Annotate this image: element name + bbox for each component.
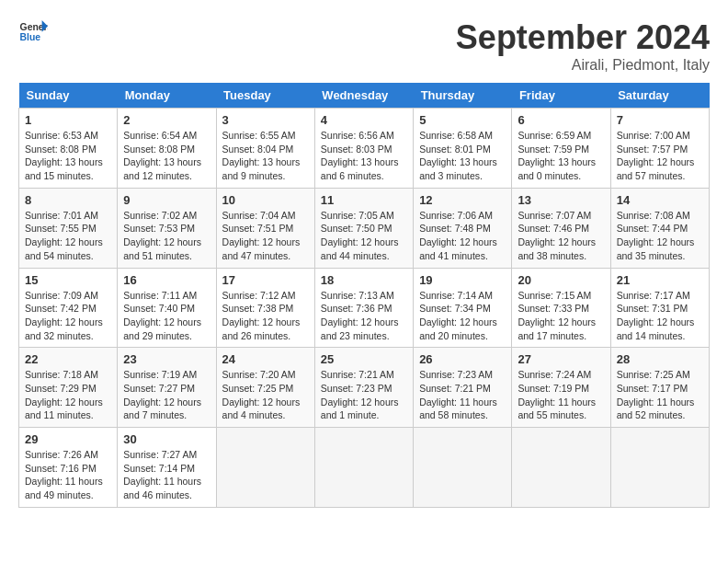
calendar-cell: 17 Sunrise: 7:12 AMSunset: 7:38 PMDaylig… bbox=[216, 268, 314, 348]
calendar-week-2: 8 Sunrise: 7:01 AMSunset: 7:55 PMDayligh… bbox=[19, 188, 710, 268]
day-number: 15 bbox=[25, 273, 111, 287]
header-friday: Friday bbox=[512, 83, 610, 109]
calendar-cell: 9 Sunrise: 7:02 AMSunset: 7:53 PMDayligh… bbox=[118, 188, 216, 268]
day-number: 21 bbox=[617, 273, 703, 287]
calendar-week-1: 1 Sunrise: 6:53 AMSunset: 8:08 PMDayligh… bbox=[19, 109, 710, 189]
calendar-table: SundayMondayTuesdayWednesdayThursdayFrid… bbox=[18, 83, 710, 508]
calendar-cell bbox=[512, 428, 610, 508]
logo-icon: General Blue bbox=[18, 18, 48, 44]
day-info: Sunrise: 7:24 AMSunset: 7:19 PMDaylight:… bbox=[518, 368, 604, 422]
header-saturday: Saturday bbox=[610, 83, 709, 109]
day-number: 22 bbox=[25, 352, 111, 366]
day-info: Sunrise: 7:20 AMSunset: 7:25 PMDaylight:… bbox=[222, 368, 309, 422]
calendar-cell: 20 Sunrise: 7:15 AMSunset: 7:33 PMDaylig… bbox=[512, 268, 610, 348]
day-info: Sunrise: 7:23 AMSunset: 7:21 PMDaylight:… bbox=[419, 368, 506, 422]
day-number: 23 bbox=[123, 352, 210, 366]
calendar-cell: 4 Sunrise: 6:56 AMSunset: 8:03 PMDayligh… bbox=[314, 109, 413, 189]
svg-text:Blue: Blue bbox=[20, 32, 41, 42]
day-number: 30 bbox=[123, 432, 210, 446]
day-info: Sunrise: 7:12 AMSunset: 7:38 PMDaylight:… bbox=[222, 289, 309, 343]
day-info: Sunrise: 6:58 AMSunset: 8:01 PMDaylight:… bbox=[419, 129, 506, 183]
calendar-cell: 27 Sunrise: 7:24 AMSunset: 7:19 PMDaylig… bbox=[512, 348, 610, 428]
calendar-cell bbox=[216, 428, 314, 508]
day-number: 19 bbox=[419, 273, 506, 287]
calendar-week-3: 15 Sunrise: 7:09 AMSunset: 7:42 PMDaylig… bbox=[19, 268, 710, 348]
day-number: 26 bbox=[419, 352, 506, 366]
day-number: 6 bbox=[518, 113, 604, 127]
day-number: 18 bbox=[321, 273, 407, 287]
calendar-cell: 16 Sunrise: 7:11 AMSunset: 7:40 PMDaylig… bbox=[118, 268, 216, 348]
calendar-cell: 28 Sunrise: 7:25 AMSunset: 7:17 PMDaylig… bbox=[610, 348, 709, 428]
day-number: 13 bbox=[518, 193, 604, 207]
calendar-cell bbox=[414, 428, 512, 508]
day-info: Sunrise: 7:11 AMSunset: 7:40 PMDaylight:… bbox=[123, 289, 210, 343]
day-number: 9 bbox=[123, 193, 210, 207]
day-number: 11 bbox=[321, 193, 407, 207]
day-info: Sunrise: 7:08 AMSunset: 7:44 PMDaylight:… bbox=[617, 209, 703, 263]
day-number: 7 bbox=[617, 113, 703, 127]
header-thursday: Thursday bbox=[414, 83, 512, 109]
calendar-cell: 5 Sunrise: 6:58 AMSunset: 8:01 PMDayligh… bbox=[414, 109, 512, 189]
day-number: 3 bbox=[222, 113, 309, 127]
calendar-cell: 1 Sunrise: 6:53 AMSunset: 8:08 PMDayligh… bbox=[19, 109, 118, 189]
day-number: 1 bbox=[25, 113, 111, 127]
calendar-cell: 29 Sunrise: 7:26 AMSunset: 7:16 PMDaylig… bbox=[19, 428, 118, 508]
calendar-cell: 30 Sunrise: 7:27 AMSunset: 7:14 PMDaylig… bbox=[118, 428, 216, 508]
calendar-cell bbox=[610, 428, 709, 508]
calendar-cell: 6 Sunrise: 6:59 AMSunset: 7:59 PMDayligh… bbox=[512, 109, 610, 189]
day-info: Sunrise: 7:05 AMSunset: 7:50 PMDaylight:… bbox=[321, 209, 407, 263]
header-monday: Monday bbox=[118, 83, 216, 109]
day-number: 10 bbox=[222, 193, 309, 207]
day-info: Sunrise: 7:09 AMSunset: 7:42 PMDaylight:… bbox=[25, 289, 111, 343]
day-info: Sunrise: 7:19 AMSunset: 7:27 PMDaylight:… bbox=[123, 368, 210, 422]
calendar-cell: 13 Sunrise: 7:07 AMSunset: 7:46 PMDaylig… bbox=[512, 188, 610, 268]
header-tuesday: Tuesday bbox=[216, 83, 314, 109]
day-info: Sunrise: 6:59 AMSunset: 7:59 PMDaylight:… bbox=[518, 129, 604, 183]
day-number: 24 bbox=[222, 352, 309, 366]
page-header: General Blue September 2024 Airali, Pied… bbox=[18, 18, 710, 74]
day-number: 17 bbox=[222, 273, 309, 287]
day-number: 14 bbox=[617, 193, 703, 207]
calendar-cell: 2 Sunrise: 6:54 AMSunset: 8:08 PMDayligh… bbox=[118, 109, 216, 189]
header-wednesday: Wednesday bbox=[314, 83, 413, 109]
calendar-cell: 3 Sunrise: 6:55 AMSunset: 8:04 PMDayligh… bbox=[216, 109, 314, 189]
calendar-cell: 11 Sunrise: 7:05 AMSunset: 7:50 PMDaylig… bbox=[314, 188, 413, 268]
day-info: Sunrise: 7:17 AMSunset: 7:31 PMDaylight:… bbox=[617, 289, 703, 343]
day-number: 2 bbox=[123, 113, 210, 127]
day-info: Sunrise: 7:21 AMSunset: 7:23 PMDaylight:… bbox=[321, 368, 407, 422]
day-info: Sunrise: 7:01 AMSunset: 7:55 PMDaylight:… bbox=[25, 209, 111, 263]
calendar-cell: 14 Sunrise: 7:08 AMSunset: 7:44 PMDaylig… bbox=[610, 188, 709, 268]
day-info: Sunrise: 7:00 AMSunset: 7:57 PMDaylight:… bbox=[617, 129, 703, 183]
calendar-cell: 19 Sunrise: 7:14 AMSunset: 7:34 PMDaylig… bbox=[414, 268, 512, 348]
day-info: Sunrise: 6:54 AMSunset: 8:08 PMDaylight:… bbox=[123, 129, 210, 183]
day-number: 28 bbox=[617, 352, 703, 366]
day-number: 16 bbox=[123, 273, 210, 287]
day-info: Sunrise: 7:15 AMSunset: 7:33 PMDaylight:… bbox=[518, 289, 604, 343]
day-number: 29 bbox=[25, 432, 111, 446]
location: Airali, Piedmont, Italy bbox=[456, 57, 710, 74]
day-info: Sunrise: 7:02 AMSunset: 7:53 PMDaylight:… bbox=[123, 209, 210, 263]
day-info: Sunrise: 7:27 AMSunset: 7:14 PMDaylight:… bbox=[123, 448, 210, 502]
calendar-cell bbox=[314, 428, 413, 508]
day-number: 20 bbox=[518, 273, 604, 287]
day-number: 8 bbox=[25, 193, 111, 207]
calendar-cell: 15 Sunrise: 7:09 AMSunset: 7:42 PMDaylig… bbox=[19, 268, 118, 348]
calendar-cell: 24 Sunrise: 7:20 AMSunset: 7:25 PMDaylig… bbox=[216, 348, 314, 428]
day-number: 12 bbox=[419, 193, 506, 207]
day-info: Sunrise: 7:07 AMSunset: 7:46 PMDaylight:… bbox=[518, 209, 604, 263]
header-row: SundayMondayTuesdayWednesdayThursdayFrid… bbox=[19, 83, 710, 109]
day-info: Sunrise: 7:18 AMSunset: 7:29 PMDaylight:… bbox=[25, 368, 111, 422]
month-title: September 2024 bbox=[456, 18, 710, 57]
day-info: Sunrise: 7:04 AMSunset: 7:51 PMDaylight:… bbox=[222, 209, 309, 263]
calendar-cell: 12 Sunrise: 7:06 AMSunset: 7:48 PMDaylig… bbox=[414, 188, 512, 268]
day-number: 5 bbox=[419, 113, 506, 127]
calendar-week-5: 29 Sunrise: 7:26 AMSunset: 7:16 PMDaylig… bbox=[19, 428, 710, 508]
header-sunday: Sunday bbox=[19, 83, 118, 109]
day-info: Sunrise: 7:06 AMSunset: 7:48 PMDaylight:… bbox=[419, 209, 506, 263]
day-info: Sunrise: 7:26 AMSunset: 7:16 PMDaylight:… bbox=[25, 448, 111, 502]
day-number: 4 bbox=[321, 113, 407, 127]
logo: General Blue bbox=[18, 18, 48, 44]
calendar-cell: 25 Sunrise: 7:21 AMSunset: 7:23 PMDaylig… bbox=[314, 348, 413, 428]
calendar-cell: 7 Sunrise: 7:00 AMSunset: 7:57 PMDayligh… bbox=[610, 109, 709, 189]
day-info: Sunrise: 7:14 AMSunset: 7:34 PMDaylight:… bbox=[419, 289, 506, 343]
